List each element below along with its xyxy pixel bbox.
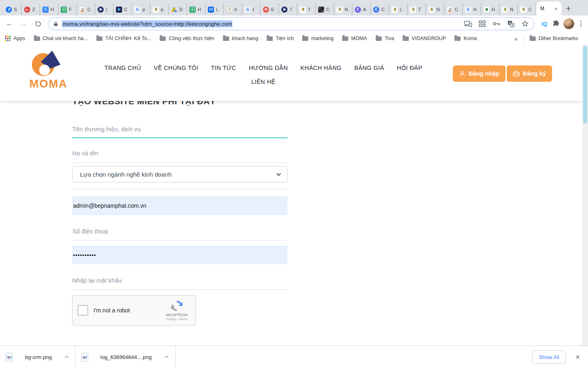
bookmark-folder[interactable]: khach hang [223, 36, 258, 41]
fullname-input[interactable] [72, 144, 287, 162]
email-field[interactable] [72, 196, 287, 215]
fullname-field[interactable] [72, 144, 287, 163]
browser-tab[interactable]: 5+Z [22, 3, 40, 16]
phone-field[interactable] [72, 222, 287, 241]
bookmark-folder[interactable]: TÀI CHÍNH- Kế To... [96, 36, 151, 41]
apps-shortcut[interactable]: Apps [5, 36, 25, 41]
register-label: Đăng ký [523, 70, 546, 77]
bookmark-star-icon[interactable] [521, 20, 529, 28]
downloads-close-icon[interactable]: × [575, 353, 580, 361]
download-expand-chevron[interactable] [165, 355, 169, 359]
bookmark-folder[interactable]: Tiva [376, 36, 394, 41]
bluec-favicon: C [373, 7, 379, 13]
page-scrollbar-thumb[interactable] [583, 46, 587, 123]
send-to-devices-icon[interactable] [464, 20, 472, 28]
bookmark-folder[interactable]: Công việc thực hiện [160, 36, 214, 41]
nav-item[interactable]: KHÁCH HÀNG [301, 65, 342, 71]
email-input[interactable] [73, 202, 287, 209]
other-bookmarks[interactable]: Other Bookmarks [530, 36, 578, 41]
nav-row-1: TRANG CHỦVỀ CHÚNG TÔITIN TỨCHƯỚNG DẪNKHÁ… [102, 65, 425, 71]
chrome-menu-icon[interactable] [578, 19, 584, 28]
browser-tab[interactable]: H [187, 3, 205, 16]
folder-icon [302, 36, 308, 41]
register-button[interactable]: Đăng ký [507, 65, 552, 82]
login-button[interactable]: Đăng nhập [453, 65, 506, 82]
bookmark-folder[interactable]: Tiện ích [267, 36, 294, 41]
browser-tab[interactable]: WE [261, 3, 279, 16]
browser-toolbar: ← → moma.vn/trang/tao-moi-website?utm_so… [0, 16, 588, 32]
profile-avatar[interactable] [564, 18, 574, 29]
nav-item[interactable]: TRANG CHỦ [105, 65, 141, 71]
browser-tab[interactable]: Ǝ[N [334, 3, 352, 16]
bookmark-folder[interactable]: Koma [454, 36, 477, 41]
browser-tab[interactable]: Gp [132, 3, 150, 16]
phone-input[interactable] [72, 222, 287, 240]
browser-tab[interactable]: Ǝ[T [297, 3, 316, 16]
nav-item[interactable]: VỀ CHÚNG TÔI [154, 65, 198, 71]
confirm-password-field[interactable] [72, 271, 287, 290]
password-field[interactable] [72, 246, 287, 264]
new-tab-button[interactable]: + [561, 2, 575, 16]
bookmark-folder[interactable]: Chat voi khach ha... [34, 36, 88, 41]
tab-strip: fS5+ZHFGC(CGpƎ[pDH17L∵ôGtWE7Ǝ[TCƎ[NCACCƎ… [0, 0, 588, 16]
password-key-icon[interactable] [492, 20, 501, 28]
browser-tab[interactable]: H [40, 3, 58, 16]
iq-extension-badge[interactable]: IQ [541, 21, 547, 27]
download-item[interactable]: log_636964644....png [76, 346, 176, 368]
browser-tab[interactable]: F [58, 3, 77, 16]
show-all-button[interactable]: Show All [532, 350, 566, 364]
browser-tab[interactable]: CC [371, 3, 389, 16]
recaptcha-privacy-terms[interactable]: Privacy - Terms [163, 317, 190, 321]
nav-item[interactable]: TIN TỨC [211, 65, 236, 71]
browser-tab[interactable]: 7 [279, 3, 297, 16]
browser-tab[interactable]: 17L [205, 3, 224, 16]
browser-tab[interactable]: fS [3, 3, 22, 16]
browser-tab[interactable]: GC [77, 3, 95, 16]
brand-field[interactable] [72, 121, 287, 138]
back-button[interactable]: ← [4, 18, 15, 29]
browser-tab[interactable]: GC [444, 3, 463, 16]
nav-item[interactable]: HỎI ĐÁP [397, 65, 422, 71]
industry-select[interactable]: Lựa chọn ngành nghề kinh doanh [72, 166, 287, 182]
bookmark-folder[interactable]: MOMA [342, 36, 367, 41]
browser-tab[interactable]: D [169, 3, 187, 16]
collections-icon[interactable] [478, 20, 486, 28]
browser-tab[interactable]: Ǝ[T [408, 3, 426, 16]
bookmark-folder[interactable]: VIDANGROUP [403, 36, 446, 41]
bookmarks-overflow-chevron[interactable]: » [514, 35, 517, 42]
confirm-password-input[interactable] [72, 271, 287, 289]
nav-item[interactable]: HƯỚNG DẪN [249, 65, 288, 71]
tab-title: C [326, 7, 330, 12]
reload-button[interactable] [33, 18, 43, 29]
moma-logo[interactable]: MOMA [29, 51, 68, 90]
industry-select-value: Lựa chọn ngành nghề kinh doanh [80, 171, 276, 178]
extensions-puzzle-icon[interactable] [552, 20, 560, 28]
browser-tab[interactable]: Gt [242, 3, 261, 16]
browser-tab[interactable]: C [316, 3, 334, 16]
browser-tab[interactable]: ∵ô [224, 3, 242, 16]
password-input[interactable] [73, 252, 287, 258]
browser-tab[interactable]: CA [352, 3, 371, 16]
translate-icon[interactable]: A [507, 20, 515, 28]
recaptcha-checkbox[interactable] [78, 305, 88, 316]
browser-tab[interactable]: Ǝ[N [426, 3, 444, 16]
page-scrollbar-track[interactable] [582, 45, 588, 346]
brand-input[interactable] [72, 121, 287, 137]
browser-tab[interactable]: Ǝ[L [389, 3, 408, 16]
browser-tab[interactable]: H [481, 3, 499, 16]
download-item[interactable]: bg-crm.png [0, 346, 76, 368]
browser-tab[interactable]: GH [463, 3, 481, 16]
nav-item[interactable]: BẢNG GIÁ [354, 65, 384, 71]
tab-close-icon[interactable]: × [554, 6, 557, 12]
browser-tab[interactable]: Ǝ[C [518, 3, 536, 16]
download-expand-chevron[interactable] [65, 355, 69, 359]
browser-tab[interactable]: ( [95, 3, 114, 16]
url-text[interactable]: moma.vn/trang/tao-moi-website?utm_source… [62, 20, 232, 27]
active-tab[interactable]: M × [536, 2, 561, 16]
bookmark-folder[interactable]: marketing [302, 36, 334, 41]
nav-item-lien-he[interactable]: LIÊN HỆ [251, 79, 275, 85]
browser-tab[interactable]: Ǝ[N [499, 3, 518, 16]
address-bar[interactable]: moma.vn/trang/tao-moi-website?utm_source… [48, 17, 535, 30]
browser-tab[interactable]: C [114, 3, 132, 16]
browser-tab[interactable]: Ǝ[p [150, 3, 169, 16]
